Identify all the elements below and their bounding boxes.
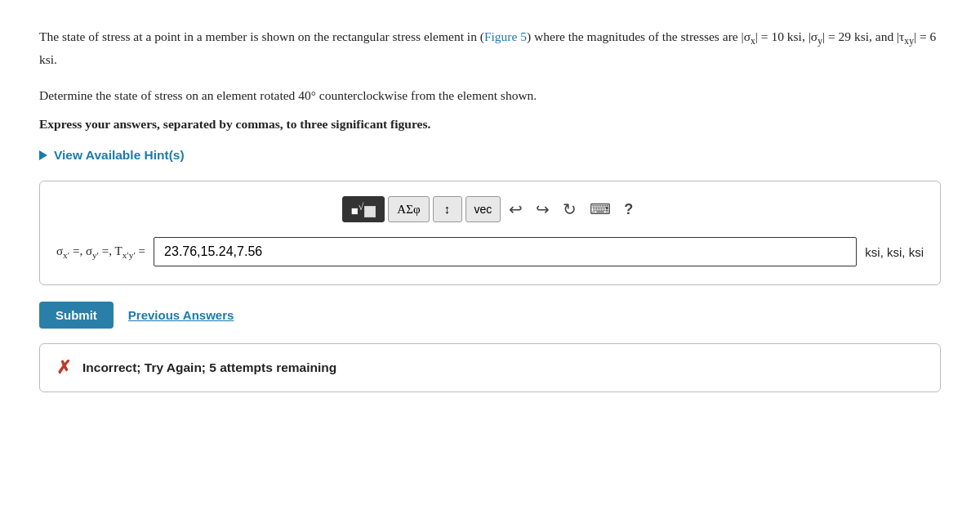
unit-label: ksi, ksi, ksi — [865, 245, 924, 259]
help-icon: ? — [624, 201, 633, 218]
toolbar-greek-icon: ΑΣφ — [397, 203, 420, 217]
hint-link[interactable]: View Available Hint(s) — [39, 148, 941, 163]
redo-icon: ↪ — [536, 199, 550, 219]
determine-text: Determine the state of stress on an elem… — [39, 85, 941, 106]
toolbar-square-root-icon: ■√ — [351, 201, 376, 218]
undo-icon: ↩ — [509, 199, 523, 219]
toolbar-greek-btn[interactable]: ΑΣφ — [388, 196, 429, 222]
toolbar-help-btn[interactable]: ? — [619, 198, 638, 221]
toolbar-arrows-btn[interactable]: ↕ — [433, 196, 462, 222]
toolbar-vec-btn[interactable]: vec — [466, 196, 501, 222]
feedback-box: ✗ Incorrect; Try Again; 5 attempts remai… — [39, 343, 941, 392]
refresh-icon: ↻ — [563, 199, 577, 219]
toolbar-refresh-btn[interactable]: ↻ — [558, 196, 581, 222]
toolbar-keyboard-btn[interactable]: ⌨ — [585, 197, 616, 221]
submit-button[interactable]: Submit — [39, 302, 114, 329]
input-row: σx′ =, σy′ =, Tx′y′ = ksi, ksi, ksi — [56, 237, 924, 266]
toolbar-redo-btn[interactable]: ↪ — [531, 196, 555, 222]
toolbar-square-root-btn[interactable]: ■√ — [342, 196, 385, 222]
page-container: The state of stress at a point in a memb… — [0, 0, 980, 519]
problem-text: The state of stress at a point in a memb… — [39, 26, 941, 70]
toolbar-arrows-icon: ↕ — [444, 203, 451, 217]
hint-label: View Available Hint(s) — [54, 148, 185, 163]
input-label: σx′ =, σy′ =, Tx′y′ = — [56, 244, 145, 260]
answer-box: ■√ ΑΣφ ↕ vec ↩ ↪ ↻ ⌨ ? — [39, 181, 941, 285]
toolbar: ■√ ΑΣφ ↕ vec ↩ ↪ ↻ ⌨ ? — [56, 196, 924, 222]
toolbar-vec-icon: vec — [474, 203, 492, 216]
problem-intro: The state of stress at a point in a memb… — [39, 29, 484, 43]
actions-row: Submit Previous Answers — [39, 302, 941, 329]
express-text: Express your answers, separated by comma… — [39, 117, 941, 132]
incorrect-icon: ✗ — [56, 357, 71, 378]
toolbar-undo-btn[interactable]: ↩ — [504, 196, 528, 222]
previous-answers-button[interactable]: Previous Answers — [128, 308, 234, 322]
hint-arrow-icon — [39, 150, 47, 160]
feedback-message: Incorrect; Try Again; 5 attempts remaini… — [82, 360, 336, 375]
answer-input[interactable] — [154, 237, 857, 266]
figure-link[interactable]: Figure 5 — [484, 29, 527, 43]
keyboard-icon: ⌨ — [590, 200, 611, 218]
